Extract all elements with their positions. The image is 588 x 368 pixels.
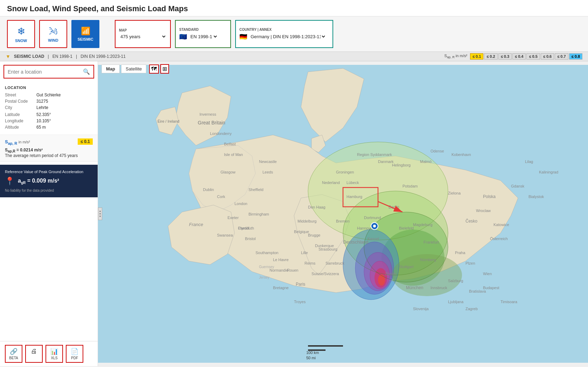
svg-text:Nürnberg: Nürnberg [420,258,436,262]
location-section: LOCATION Street Gut Schierke Postal Code… [0,82,98,135]
snow-tool-button[interactable]: ❄ SNOW [7,20,35,48]
svg-text:Newcastle: Newcastle [259,159,277,164]
svg-text:Sarrebruck: Sarrebruck [326,261,344,265]
svg-text:Gdansk: Gdansk [511,184,524,188]
svg-text:Plzen: Plzen [465,261,475,265]
svg-text:Salzburg: Salzburg [448,279,463,283]
legend-item-3: ≤ 0.4 [512,53,526,60]
svg-text:Exeter: Exeter [227,216,239,220]
svg-text:Groningen: Groningen [336,170,354,174]
share-button[interactable]: 🔗 BETA [5,345,22,363]
map-tab-googlemaps[interactable]: 🗺 [149,64,159,74]
legend-item-0: ≤ 0.1 [470,53,483,60]
location-postal-row: Postal Code 31275 [5,99,93,104]
svg-text:Glasgow: Glasgow [220,170,236,174]
pdf-icon: 📄 [71,348,78,355]
pdf-button[interactable]: 📄 PDF [66,345,83,363]
share-label: BETA [9,356,18,360]
disclaimer: No liability for the data provided [5,189,93,192]
page-title: Snow Load, Wind Speed, and Seismic Load … [7,4,581,13]
svg-text:Great Britain: Great Britain [198,120,225,125]
svg-text:Éire / Ireland: Éire / Ireland [158,119,179,123]
svg-text:München: München [406,285,423,290]
pin-icon: 📍 [5,177,14,186]
map-tab-map[interactable]: Map [102,64,120,73]
svg-rect-103 [308,345,343,347]
map-tab-embed[interactable]: ⊞ [160,64,169,74]
svg-text:Sheffield: Sheffield [248,188,264,192]
legend-item-6: ≤ 0.7 [555,53,568,60]
seismic-tool-button[interactable]: 📶 SEISMIC [71,20,99,48]
svg-text:Bielefeld: Bielefeld [399,226,414,230]
svg-text:Zürich: Zürich [385,272,396,276]
main-layout: 🔍 LOCATION Street Gut Schierke Postal Co… [0,61,588,366]
map-select-group: MAP 475 years 95 years 2475 years [115,20,171,48]
map-area[interactable]: Map Satellite 🗺 ⊞ [98,61,588,366]
search-box[interactable]: 🔍 [4,65,94,79]
share-icon: 🔗 [10,348,18,355]
svg-text:Bretagne: Bretagne [273,286,289,290]
svg-text:Deutschland: Deutschland [343,239,368,245]
svg-text:Southampton: Southampton [255,251,278,255]
action-buttons: 🔗 BETA 🖨 📊 XLS 📄 PDF [0,341,98,366]
svg-text:Birmingham: Birmingham [248,212,269,216]
country-flag-label: 🇩🇪 Germany | DIN EN 1998-1:2023-11 [239,33,329,41]
handle-dot-1 [99,211,101,212]
svg-text:Rouen: Rouen [287,268,298,272]
legend-item-4: ≤ 0.5 [526,53,540,60]
latitude-value: 52.335° [36,112,51,117]
seismic-label: SEISMIC [77,37,93,41]
result-section: Sap, R in m/s² ≤ 0.1 Sap,R = 0.0214 m/s²… [0,135,98,162]
page-header: Snow Load, Wind Speed, and Seismic Load … [0,0,588,16]
separator-1: | [48,54,49,59]
location-street-row: Street Gut Schierke [5,93,93,97]
wind-tool-button[interactable]: 🌬 WIND [39,20,67,48]
map-select[interactable]: 475 years 95 years 2475 years [119,34,167,40]
longitude-key: Longitude [5,118,36,123]
svg-text:Region Syddanmark: Region Syddanmark [357,152,392,157]
xls-button[interactable]: 📊 XLS [46,345,63,363]
map-tab-satellite[interactable]: Satellite [121,64,146,73]
svg-text:Slovenija: Slovenija [413,307,429,311]
longitude-row: Longitude 10.105° [5,118,93,123]
status-bar: ▼ SEISMIC LOAD | EN 1998-1 | DIN EN 1998… [0,52,588,61]
latitude-key: Latitude [5,112,36,117]
svg-text:Dunkerque: Dunkerque [315,244,334,248]
svg-text:Cork: Cork [217,195,225,199]
svg-text:Belfast: Belfast [224,142,236,146]
svg-text:France: France [189,222,203,227]
svg-point-111 [373,225,376,227]
svg-text:Innsbruck: Innsbruck [430,286,447,290]
legend-bar: Sap, R in m/s² ≤ 0.1 ≤ 0.2 ≤ 0.3 ≤ 0.4 ≤… [444,53,582,60]
standard-select[interactable]: EN 1998-1 [189,34,218,40]
seismic-icon: 📶 [81,27,90,36]
svg-text:Dublin: Dublin [203,188,214,192]
altitude-key: Altitude [5,125,36,130]
latitude-row: Latitude 52.335° [5,112,93,117]
svg-text:London: London [234,202,247,206]
svg-text:Jersey: Jersey [259,275,269,279]
svg-text:Stuttgart: Stuttgart [399,265,414,269]
svg-text:Bratislava: Bratislava [469,289,486,293]
country-select[interactable]: Germany | DIN EN 1998-1:2023-11 [249,34,326,40]
svg-text:Wien: Wien [483,272,492,276]
location-search-input[interactable] [8,69,83,75]
standard-label: EN 1998-1 [52,54,72,59]
map-svg[interactable]: Great Britain Éire / Ireland France Deut… [98,61,588,366]
location-city-row: City Lehrte [5,105,93,110]
standard-flag-label: 🇪🇺 EN 1998-1 [179,33,227,41]
altitude-value: 65 m [36,125,46,130]
svg-text:Den Haag: Den Haag [308,205,326,209]
legend-item-2: ≤ 0.3 [498,53,512,60]
standard-select-group: STANDARD 🇪🇺 EN 1998-1 [175,20,231,48]
svg-text:Nederland: Nederland [322,180,340,185]
print-button[interactable]: 🖨 [25,345,43,363]
agr-value-row: 📍 agR = 0.009 m/s² [5,177,93,186]
svg-text:Zagreb: Zagreb [465,307,478,311]
svg-text:Danmark: Danmark [378,159,394,164]
svg-text:Middelburg: Middelburg [298,219,316,223]
result-label: Sap, R in m/s² [5,139,30,144]
wind-label: WIND [48,38,58,42]
collapse-handle[interactable] [98,207,102,220]
pdf-label: PDF [71,356,78,360]
